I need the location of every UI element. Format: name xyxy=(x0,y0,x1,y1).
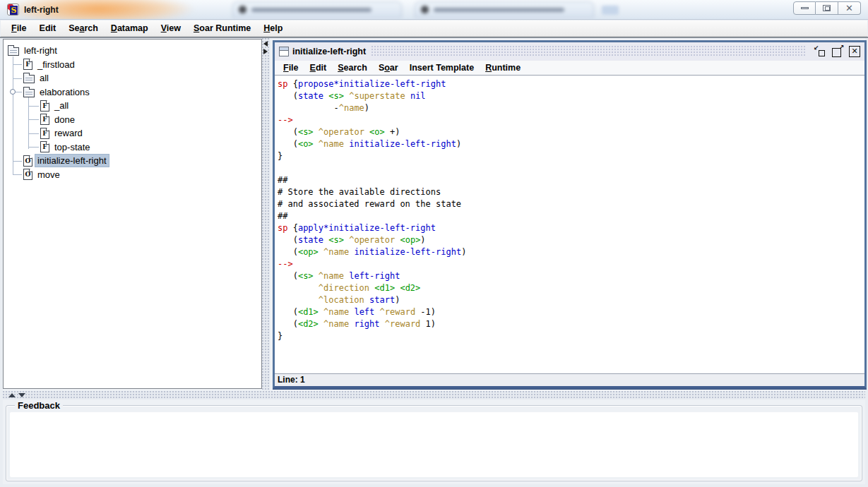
menu-item-soar[interactable]: Soar xyxy=(373,62,404,73)
folder-icon xyxy=(23,75,35,83)
tree-item-label: all xyxy=(37,72,51,84)
code-line: } xyxy=(278,330,864,342)
operator-file-icon: O xyxy=(23,155,32,167)
vertical-split-divider[interactable] xyxy=(262,38,270,390)
code-line: (state <s> ^superstate nil xyxy=(278,90,864,102)
code-line: (state <s> ^operator <op>) xyxy=(278,234,864,246)
soar-app-icon: S xyxy=(7,4,19,16)
soar-icon-letter: S xyxy=(10,6,18,15)
tree-item-label: _all xyxy=(52,100,71,112)
iconify-button[interactable] xyxy=(814,46,826,57)
restore-button[interactable] xyxy=(831,46,844,57)
tree-item-top-state[interactable]: Ftop-state xyxy=(4,140,261,155)
menu-item-file[interactable]: File xyxy=(278,62,304,73)
frame-close-button[interactable] xyxy=(849,46,860,57)
menu-item-edit[interactable]: Edit xyxy=(33,22,63,35)
operator-file-icon: O xyxy=(23,169,32,180)
tree-item-label: reward xyxy=(52,127,85,139)
code-editor[interactable]: sp {propose*initialize-left-right (state… xyxy=(275,76,864,373)
code-line: (<s> ^name left-right xyxy=(278,270,864,282)
menu-item-datamap[interactable]: Datamap xyxy=(105,22,155,35)
tree-item-initialize-left-right[interactable]: Oinitialize-left-right xyxy=(4,154,261,168)
tree-item-done[interactable]: Fdone xyxy=(4,113,261,127)
expand-handle-icon[interactable] xyxy=(10,89,16,95)
expand-up-icon[interactable] xyxy=(8,393,16,397)
menu-item-soar-runtime[interactable]: Soar Runtime xyxy=(187,22,257,35)
tree-item-left-right[interactable]: left-right xyxy=(4,44,261,58)
horizontal-split-divider[interactable] xyxy=(3,391,865,399)
code-line: --> xyxy=(278,114,864,126)
code-line: ## xyxy=(278,210,864,222)
menu-item-insert-template[interactable]: Insert Template xyxy=(404,62,480,73)
tree-item-label: done xyxy=(52,114,77,126)
code-line: (<d1> ^name left ^reward -1) xyxy=(278,306,864,318)
close-button[interactable] xyxy=(838,1,861,15)
blurred-tab-title xyxy=(251,8,371,12)
tree-item-firstload[interactable]: F_firstload xyxy=(4,58,261,72)
tree-item-label: initialize-left-right xyxy=(35,155,109,167)
tree-item-label: elaborations xyxy=(37,86,92,98)
tree-item-reward[interactable]: Freward xyxy=(4,126,261,140)
code-line: sp {propose*initialize-left-right xyxy=(278,78,864,90)
internal-frame-controls xyxy=(807,46,862,57)
tree-item-all[interactable]: F_all xyxy=(4,99,261,113)
main-menu-bar: FileEditSearchDatamapViewSoar RuntimeHel… xyxy=(1,20,867,37)
file-icon: F xyxy=(23,59,32,70)
tree-item-label: move xyxy=(35,169,62,181)
background-browser-tab[interactable] xyxy=(415,2,593,17)
tree-item-elaborations[interactable]: elaborations xyxy=(4,85,261,100)
main-content: left-rightF_firstloadallelaborationsF_al… xyxy=(3,38,865,484)
file-icon: F xyxy=(40,141,49,152)
file-icon: F xyxy=(40,128,49,139)
internal-frame-title-bar[interactable]: initialize-left-right xyxy=(275,42,864,61)
visualsoar-window: S left-right FileEditSearchDatamapViewSo… xyxy=(0,0,868,487)
internal-frame-title: initialize-left-right xyxy=(292,47,371,56)
menu-item-edit[interactable]: Edit xyxy=(304,62,333,73)
menu-item-search[interactable]: Search xyxy=(332,62,373,73)
feedback-panel: Feedback xyxy=(3,399,865,484)
editor-internal-frame[interactable]: initialize-left-right FileEditSearchSoar… xyxy=(273,40,867,389)
menu-item-view[interactable]: View xyxy=(155,22,187,35)
code-line: -^name) xyxy=(278,102,864,114)
tree-item-label: top-state xyxy=(52,141,93,153)
blurred-browser-element xyxy=(602,6,619,15)
code-line: (<o> ^name initialize-left-right) xyxy=(278,138,864,150)
code-line: sp {apply*initialize-left-right xyxy=(278,222,864,234)
favicon-icon xyxy=(239,6,246,13)
code-line: ^direction <d1> <d2> xyxy=(278,282,864,294)
collapse-left-icon[interactable] xyxy=(263,41,268,47)
feedback-output[interactable] xyxy=(10,412,858,477)
background-browser-tab[interactable] xyxy=(233,2,401,17)
editor-menu-bar: FileEditSearchSoarInsert TemplateRuntime xyxy=(275,61,864,76)
collapse-down-icon[interactable] xyxy=(18,393,25,397)
tree-item-all[interactable]: all xyxy=(4,71,261,85)
code-line: (<d2> ^name right ^reward 1) xyxy=(278,318,864,330)
blurred-tab-title xyxy=(434,8,564,12)
code-line: ## xyxy=(278,174,864,186)
code-line: (<s> ^operator <o> +) xyxy=(278,126,864,138)
close-icon xyxy=(845,4,853,13)
feedback-titled-border: Feedback xyxy=(6,405,862,481)
window-controls xyxy=(793,1,861,15)
expand-right-icon[interactable] xyxy=(263,49,268,54)
file-icon: F xyxy=(40,100,49,112)
menu-item-runtime[interactable]: Runtime xyxy=(480,62,526,73)
feedback-title: Feedback xyxy=(15,400,63,411)
tree-item-move[interactable]: Omove xyxy=(4,168,261,182)
minimize-button[interactable] xyxy=(793,1,816,15)
code-line xyxy=(278,162,864,174)
maximize-icon xyxy=(823,5,831,11)
project-tree-panel[interactable]: left-rightF_firstloadallelaborationsF_al… xyxy=(3,39,262,389)
title-bar[interactable]: S left-right xyxy=(0,0,868,20)
menu-item-help[interactable]: Help xyxy=(257,22,289,35)
tree-item-label: left-right xyxy=(22,44,59,56)
maximize-button[interactable] xyxy=(816,1,838,15)
code-line: ^location start) xyxy=(278,294,864,306)
menu-item-search[interactable]: Search xyxy=(62,22,105,35)
editor-status-bar: Line: 1 xyxy=(275,373,864,386)
code-line: # and associated reward on the state xyxy=(278,198,864,210)
code-line: } xyxy=(278,150,864,162)
menu-item-file[interactable]: File xyxy=(5,22,33,35)
tree-item-label: _firstload xyxy=(35,59,77,71)
code-line: --> xyxy=(278,258,864,270)
